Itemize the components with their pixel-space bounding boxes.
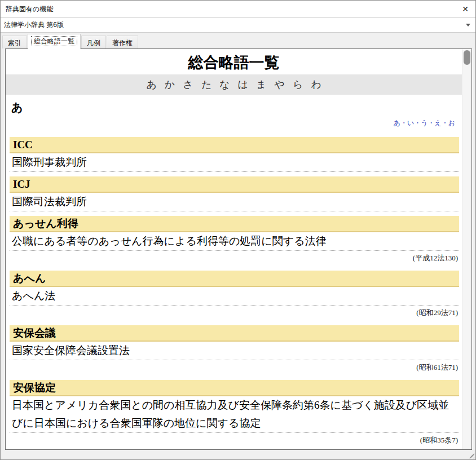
entry-row: あっせん利得公職にある者等のあっせん行為による利得等の処罰に関する法律(平成12… <box>10 216 459 266</box>
entry-abbr-header: 安保会議 <box>10 325 459 342</box>
section-heading: あ <box>6 95 462 116</box>
content-scrollbar[interactable] <box>462 49 471 449</box>
tab-index[interactable]: 索引 <box>2 36 27 48</box>
entry-abbr-header: あっせん利得 <box>10 216 459 232</box>
page-title: 総合略語一覧 <box>6 49 462 74</box>
content-panel: 総合略語一覧 あかさたなはまやらわ あ あ・い・う・え・お ICC国際刑事裁判所… <box>5 48 472 450</box>
entry-list: ICC国際刑事裁判所ICJ国際司法裁判所あっせん利得公職にある者等のあっせん行為… <box>6 133 462 449</box>
entry-law-number: (昭和29法71) <box>10 306 459 321</box>
kana-nav-item[interactable]: た <box>201 78 211 91</box>
tab-copyright[interactable]: 著作権 <box>107 36 138 48</box>
chevron-down-icon <box>466 24 470 26</box>
kana-nav-item[interactable]: さ <box>183 78 193 91</box>
subnav-row: あ・い・う・え・お <box>6 116 462 133</box>
entry-law-fullname: 国際刑事裁判所 <box>10 153 459 172</box>
entry-abbr-header: 安保協定 <box>10 380 459 396</box>
kana-nav: あかさたなはまやらわ <box>6 74 462 95</box>
dictionary-features-window: 辞典固有の機能 ✕ 法律学小辞典 第6版 索引 総合略語一覧 凡例 著作権 総合… <box>0 0 476 460</box>
kana-nav-item[interactable]: わ <box>311 78 321 91</box>
kana-nav-item[interactable]: は <box>238 78 248 91</box>
window-title: 辞典固有の機能 <box>1 5 53 14</box>
tab-bar: 索引 総合略語一覧 凡例 著作権 <box>1 33 475 48</box>
tab-abbreviation-list[interactable]: 総合略語一覧 <box>28 34 81 49</box>
entry-law-fullname: あへん法 <box>10 287 459 306</box>
entry-law-number: (平成12法130) <box>10 251 459 266</box>
kana-nav-item[interactable]: ら <box>293 78 303 91</box>
entry-row: ICC国際刑事裁判所 <box>10 137 459 172</box>
title-bar: 辞典固有の機能 ✕ <box>1 1 475 17</box>
entry-abbr-header: ICC <box>10 137 459 153</box>
resize-grip-icon[interactable] <box>467 451 474 458</box>
kana-nav-item[interactable]: な <box>219 78 230 91</box>
entry-law-fullname: 国家安全保障会議設置法 <box>10 342 459 360</box>
entry-law-fullname: 日本国とアメリカ合衆国との間の相互協力及び安全保障条約第6条に基づく施設及び区域… <box>10 396 459 433</box>
kana-nav-item[interactable]: あ <box>146 78 156 91</box>
entry-law-fullname: 公職にある者等のあっせん行為による利得等の処罰に関する法律 <box>10 232 459 251</box>
entry-law-fullname: 国際司法裁判所 <box>10 193 459 211</box>
entry-law-number: (昭和35条7) <box>10 433 459 448</box>
dictionary-select[interactable]: 法律学小辞典 第6版 <box>1 17 475 33</box>
kana-nav-item[interactable]: ま <box>256 78 266 91</box>
kana-nav-item[interactable]: か <box>165 78 175 91</box>
close-icon[interactable]: ✕ <box>455 1 475 17</box>
dictionary-select-value: 法律学小辞典 第6版 <box>4 20 64 30</box>
entry-abbr-header: あへん <box>10 271 459 287</box>
entry-row: ICJ国際司法裁判所 <box>10 176 459 211</box>
entry-abbr-header: ICJ <box>10 176 459 193</box>
tab-legend[interactable]: 凡例 <box>81 36 106 48</box>
kana-subnav-link[interactable]: あ・い・う・え・お <box>394 119 455 127</box>
scrollbar-thumb[interactable] <box>464 50 470 65</box>
abbreviation-list-view: 総合略語一覧 あかさたなはまやらわ あ あ・い・う・え・お ICC国際刑事裁判所… <box>6 49 462 449</box>
entry-row: 安保会議国家安全保障会議設置法(昭和61法71) <box>10 325 459 375</box>
entry-row: あへんあへん法(昭和29法71) <box>10 271 459 321</box>
entry-law-number: (昭和61法71) <box>10 360 459 375</box>
entry-row: 安保協定日本国とアメリカ合衆国との間の相互協力及び安全保障条約第6条に基づく施設… <box>10 380 459 448</box>
kana-nav-item[interactable]: や <box>274 78 284 91</box>
